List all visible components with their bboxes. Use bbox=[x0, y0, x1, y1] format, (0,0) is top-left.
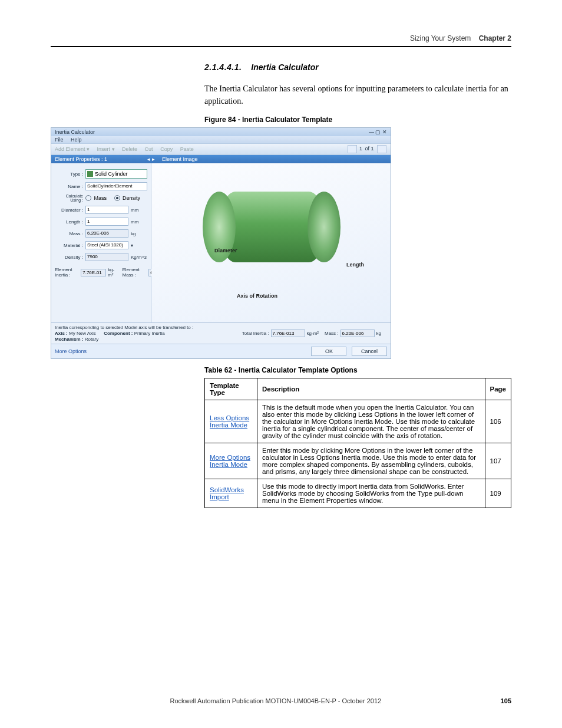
section-number: 2.1.4.4.1. bbox=[204, 62, 249, 72]
window-titlebar: Inertia Calculator — ▢ ✕ bbox=[51, 128, 391, 136]
page-header: Sizing Your System Chapter 2 bbox=[51, 34, 511, 42]
el-inertia-label: Element Inertia : bbox=[55, 267, 79, 278]
length-input[interactable]: 1 bbox=[85, 218, 128, 226]
properties-panel: Type : Solid Cylinder Name : SolidCylind… bbox=[51, 163, 151, 322]
transfer-note: Inertia corresponding to selected Model … bbox=[55, 325, 193, 330]
panel-header-properties: Element Properties : 1◂ ▸ bbox=[51, 155, 158, 163]
material-chevron-icon[interactable]: ▾ bbox=[131, 243, 147, 248]
pager-of: of 1 bbox=[365, 146, 373, 151]
desc-cell: Use this mode to directly import inertia… bbox=[257, 479, 485, 508]
total-inertia-value: 7.76E-013 bbox=[271, 330, 305, 337]
total-mass-label: Mass : bbox=[325, 331, 339, 336]
density-output: 7900 bbox=[85, 253, 128, 261]
breadcrumb: Sizing Your System bbox=[410, 34, 471, 42]
density-unit: Kg/m^3 bbox=[131, 255, 147, 260]
total-inertia-label: Total Inertia : bbox=[242, 331, 269, 336]
name-input[interactable]: SolidCylinderElement bbox=[85, 182, 147, 190]
th-template-type: Template Type bbox=[205, 378, 257, 400]
material-dropdown[interactable]: Steel (AISI 1020) bbox=[85, 241, 128, 249]
chapter-label: Chapter 2 bbox=[479, 34, 511, 42]
table-row: More Options Inertia Mode Enter this mod… bbox=[205, 443, 511, 479]
header-rule bbox=[51, 46, 511, 47]
window-controls[interactable]: — ▢ ✕ bbox=[369, 129, 387, 135]
type-label: Type : bbox=[55, 172, 83, 177]
el-mass-label: Element Mass : bbox=[122, 267, 147, 278]
preview-pane: Diameter Length Axis of Rotation bbox=[151, 163, 391, 322]
publication-info: Rockwell Automation Publication MOTION-U… bbox=[51, 697, 501, 704]
link-less-options[interactable]: Less Options Inertia Mode bbox=[210, 414, 249, 429]
desc-cell: Enter this mode by clicking More Options… bbox=[257, 443, 485, 479]
type-dropdown[interactable]: Solid Cylinder bbox=[85, 169, 147, 179]
cancel-button[interactable]: Cancel bbox=[352, 347, 387, 356]
menu-help[interactable]: Help bbox=[71, 137, 82, 143]
diameter-input[interactable]: 1 bbox=[85, 206, 128, 214]
menu-bar: File Help bbox=[51, 136, 391, 143]
intro-paragraph: The Inertia Calculator has several optio… bbox=[204, 83, 511, 107]
material-label: Material : bbox=[55, 243, 83, 248]
length-unit: mm bbox=[131, 219, 147, 225]
pager-current: 1 bbox=[359, 146, 362, 151]
mass-label: Mass : bbox=[55, 231, 83, 236]
section-title: 2.1.4.4.1. Inertia Calculator bbox=[204, 62, 511, 72]
th-description: Description bbox=[257, 378, 485, 400]
radio-density[interactable] bbox=[114, 195, 120, 201]
figure-caption: Figure 84 - Inertia Calculator Template bbox=[204, 116, 511, 124]
total-mass-value: 6.20E-006 bbox=[340, 330, 375, 337]
table-row: SolidWorks Import Use this mode to direc… bbox=[205, 479, 511, 508]
length-label: Length : bbox=[55, 219, 83, 225]
table-row: Less Options Inertia Mode This is the de… bbox=[205, 400, 511, 443]
page-number: 105 bbox=[501, 697, 511, 704]
annotation-axis: Axis of Rotation bbox=[237, 293, 277, 299]
annotation-length: Length bbox=[346, 262, 364, 268]
annotation-diameter: Diameter bbox=[214, 248, 237, 253]
ok-button[interactable]: OK bbox=[311, 347, 346, 356]
density-label: Density : bbox=[55, 255, 83, 260]
pager-prev[interactable] bbox=[348, 145, 357, 153]
diameter-unit: mm bbox=[131, 207, 147, 213]
tb-insert[interactable]: Insert ▾ bbox=[97, 146, 115, 152]
menu-file[interactable]: File bbox=[55, 137, 64, 143]
window-title: Inertia Calculator bbox=[55, 129, 95, 135]
cylinder-graphic: Diameter Length Axis of Rotation bbox=[184, 180, 349, 292]
pager: 1 of 1 bbox=[347, 145, 387, 153]
tb-cut[interactable]: Cut bbox=[145, 146, 153, 152]
page-cell: 107 bbox=[485, 443, 511, 479]
diameter-label: Diameter : bbox=[55, 207, 83, 213]
cylinder-icon bbox=[87, 171, 93, 177]
panel-header-image: Element Image bbox=[158, 155, 391, 163]
mass-unit: kg bbox=[131, 231, 147, 236]
page-cell: 106 bbox=[485, 400, 511, 443]
tb-delete[interactable]: Delete bbox=[122, 146, 137, 152]
table-caption: Table 62 - Inertia Calculator Template O… bbox=[204, 366, 511, 374]
radio-mass[interactable] bbox=[85, 195, 91, 201]
page-footer: Rockwell Automation Publication MOTION-U… bbox=[51, 697, 511, 704]
transfer-row: Inertia corresponding to selected Model … bbox=[51, 322, 391, 344]
inertia-calculator-window: Inertia Calculator — ▢ ✕ File Help Add E… bbox=[51, 127, 391, 359]
page-cell: 109 bbox=[485, 479, 511, 508]
calc-label: Calculate Using : bbox=[55, 194, 83, 202]
dialog-footer: More Options OK Cancel bbox=[51, 344, 391, 358]
mass-output: 6.20E-006 bbox=[85, 229, 128, 238]
section-name: Inertia Calculator bbox=[251, 62, 318, 72]
tb-copy[interactable]: Copy bbox=[160, 146, 173, 152]
pager-next[interactable] bbox=[377, 145, 386, 153]
el-inertia-value: 7.76E-01 bbox=[81, 269, 106, 276]
name-label: Name : bbox=[55, 184, 83, 189]
link-more-options[interactable]: More Options Inertia Mode bbox=[210, 454, 250, 468]
th-page: Page bbox=[485, 378, 511, 400]
desc-cell: This is the default mode when you open t… bbox=[257, 400, 485, 443]
link-solidworks[interactable]: SolidWorks Import bbox=[210, 486, 244, 500]
tb-add-element[interactable]: Add Element ▾ bbox=[55, 146, 90, 152]
el-inertia-unit: kg-m² bbox=[108, 267, 116, 278]
more-options-link[interactable]: More Options bbox=[55, 348, 87, 354]
toolbar: Add Element ▾ Insert ▾ Delete Cut Copy P… bbox=[51, 143, 391, 155]
options-table: Template Type Description Page Less Opti… bbox=[204, 378, 511, 508]
tb-paste[interactable]: Paste bbox=[180, 146, 194, 152]
